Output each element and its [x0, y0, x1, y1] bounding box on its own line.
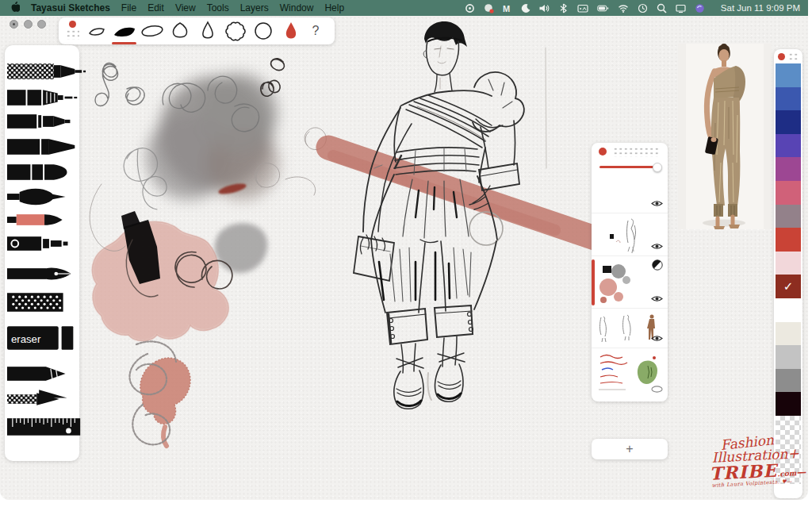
character-viewer-icon[interactable] — [577, 3, 588, 13]
palette-swatch-5[interactable] — [776, 181, 801, 205]
tool-fineliner-pen[interactable] — [6, 109, 87, 133]
menu-bar-clock[interactable]: Sat Jun 11 9:09 PM — [721, 3, 800, 13]
help-button[interactable]: ? — [304, 24, 327, 38]
tool-watercolor-brush[interactable] — [6, 208, 87, 232]
tool-screentone-pencil[interactable] — [6, 60, 87, 83]
palette-swatch-7[interactable] — [776, 228, 801, 252]
record-icon[interactable] — [465, 3, 475, 13]
reference-photo[interactable] — [678, 44, 772, 229]
palette-swatch-8[interactable] — [776, 252, 801, 275]
menu-item-tools[interactable]: Tools — [207, 2, 229, 13]
app-color-icon[interactable] — [695, 3, 705, 13]
menu-bar: Tayasui Sketches FileEditViewToolsLayers… — [0, 0, 808, 16]
palette-swatch-12[interactable] — [776, 345, 801, 369]
bluetooth-icon[interactable] — [558, 3, 569, 13]
wifi-icon[interactable] — [618, 3, 629, 13]
clock-icon[interactable] — [638, 3, 648, 13]
red-paint-stroke — [328, 148, 599, 240]
tool-ink-pen[interactable] — [6, 232, 87, 255]
color-droplet-button[interactable] — [277, 19, 304, 43]
menu-item-layers[interactable]: Layers — [240, 2, 269, 13]
palette-swatch-1[interactable] — [776, 87, 801, 111]
tool-airbrush[interactable] — [6, 290, 87, 314]
layer-row-4[interactable] — [592, 308, 668, 348]
palette-swatch-9[interactable]: ✓ — [776, 275, 801, 298]
watermark: Fashion Illustration+ TRIBE.com— with La… — [701, 432, 808, 490]
tool-pencil[interactable] — [6, 362, 87, 386]
tool-eraser[interactable]: eraser — [6, 325, 87, 351]
menu-items: FileEditViewToolsLayersWindowHelp — [121, 2, 344, 13]
tool-technical-pen[interactable] — [6, 86, 87, 109]
volume-icon[interactable] — [539, 3, 550, 13]
airbrush-blob — [146, 73, 279, 200]
menu-item-edit[interactable]: Edit — [147, 2, 164, 13]
brush-toolbar: ? — [59, 17, 335, 44]
tool-ruler[interactable] — [6, 413, 87, 439]
app-badge-icon[interactable] — [484, 3, 494, 13]
palette-swatch-11[interactable] — [776, 322, 801, 346]
layer-row-5[interactable] — [592, 348, 668, 398]
palette-swatch-10[interactable] — [776, 298, 801, 322]
selected-layer-indicator — [592, 259, 595, 305]
spotlight-icon[interactable] — [657, 3, 667, 13]
tool-fountain-pen[interactable] — [6, 262, 87, 286]
brush-tip-droplet[interactable] — [193, 19, 221, 43]
drag-dots-icon — [788, 52, 799, 61]
app-menu-title[interactable]: Tayasui Sketches — [31, 2, 110, 13]
window-minimize-button[interactable] — [24, 20, 33, 29]
plus-icon: + — [626, 442, 633, 456]
display-icon[interactable] — [676, 3, 686, 13]
drag-dots-icon — [66, 29, 79, 40]
menu-item-window[interactable]: Window — [280, 2, 314, 13]
layer-opacity-slider[interactable] — [599, 166, 658, 168]
m-logo-icon[interactable]: M — [503, 3, 511, 13]
tool-marker[interactable] — [6, 160, 87, 184]
brush-tip-ellipse[interactable] — [138, 19, 166, 43]
palette-swatches: ✓ — [774, 63, 802, 484]
eraser-label: eraser — [11, 333, 41, 345]
drag-dots-icon — [613, 147, 659, 157]
battery-icon[interactable] — [597, 3, 609, 13]
apple-logo-icon — [10, 1, 20, 13]
palette-handle[interactable] — [774, 49, 802, 63]
brush-tip-circle[interactable] — [249, 19, 277, 43]
eye-closed-icon[interactable] — [651, 382, 663, 396]
window-zoom-button[interactable] — [37, 20, 46, 29]
brush-toolbar-handle[interactable] — [62, 19, 82, 43]
palette-swatch-6[interactable] — [776, 205, 801, 229]
layers-panel-handle[interactable] — [592, 143, 668, 160]
eye-icon[interactable] — [651, 331, 663, 345]
red-dot-handle-icon — [69, 21, 76, 28]
tool-brush-pen[interactable] — [6, 185, 87, 209]
brush-tip-round[interactable] — [166, 19, 193, 43]
palette-swatch-4[interactable] — [776, 157, 801, 181]
palette-swatch-0[interactable] — [776, 63, 801, 87]
status-icons: M — [465, 3, 705, 13]
apple-menu[interactable] — [10, 1, 20, 15]
palette-swatch-3[interactable] — [776, 134, 801, 158]
circle-doodle — [469, 212, 503, 245]
menu-item-help[interactable]: Help — [324, 2, 344, 13]
tool-rollerball-pen[interactable] — [6, 135, 87, 159]
layer-row-2[interactable] — [592, 213, 668, 255]
layer-row-3[interactable] — [592, 255, 668, 308]
droplet-icon — [278, 21, 304, 41]
menu-item-view[interactable]: View — [175, 2, 196, 13]
eye-icon[interactable] — [651, 196, 663, 210]
palette-swatch-13[interactable] — [776, 369, 801, 393]
window-close-button[interactable] — [10, 20, 18, 29]
menu-item-file[interactable]: File — [121, 2, 136, 13]
blend-mode-icon[interactable] — [652, 259, 663, 274]
eye-icon[interactable] — [651, 239, 663, 253]
brush-tip-flat-filled[interactable] — [110, 19, 138, 43]
tool-blending-stump[interactable] — [6, 387, 87, 411]
layers-panel — [592, 143, 668, 401]
add-layer-button[interactable]: + — [592, 439, 668, 459]
moon-icon[interactable] — [520, 3, 530, 13]
brush-tip-flat-small[interactable] — [82, 19, 110, 43]
brush-tip-scalloped[interactable] — [221, 19, 249, 43]
palette-swatch-14[interactable] — [776, 392, 801, 416]
palette-swatch-2[interactable] — [776, 110, 801, 134]
eye-icon[interactable] — [651, 291, 663, 305]
layer-row-1[interactable] — [592, 171, 668, 213]
